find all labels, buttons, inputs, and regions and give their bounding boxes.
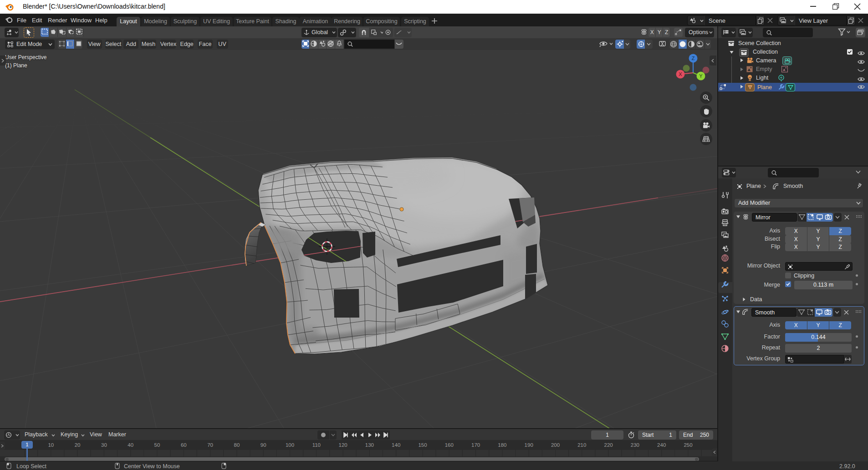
svg-text:X: X — [679, 71, 682, 77]
svg-text:Z: Z — [692, 56, 695, 61]
svg-text:Y: Y — [699, 73, 703, 79]
